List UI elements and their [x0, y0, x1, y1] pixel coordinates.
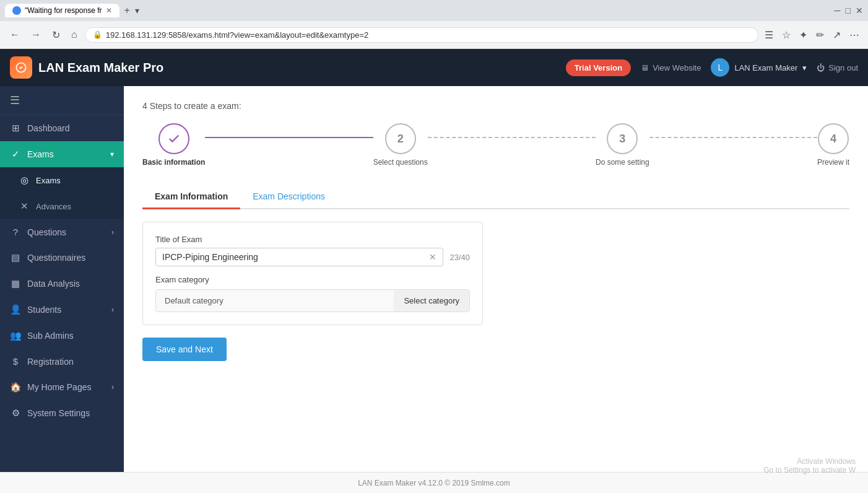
app-logo: LAN Exam Maker Pro [10, 56, 556, 79]
tabs-bar: Exam Information Exam Descriptions [142, 185, 849, 209]
sidebar-item-students[interactable]: 👤 Students › [0, 297, 124, 323]
questions-icon: ? [10, 227, 21, 237]
step-connector-3 [649, 137, 817, 138]
sidebar: ☰ ⊞ Dashboard ✓ Exams ▾ ◎ Exams ✕ Advanc… [0, 86, 124, 472]
avatar: L [711, 58, 729, 77]
sidebar-item-advances[interactable]: ✕ Advances [0, 193, 124, 219]
user-menu[interactable]: L LAN Exam Maker ▾ [711, 58, 807, 77]
sidebar-item-exams-sub[interactable]: ◎ Exams [0, 167, 124, 193]
step-1-circle[interactable] [158, 123, 189, 154]
registration-icon: $ [10, 356, 21, 367]
close-button[interactable]: ✕ [856, 6, 863, 15]
step-2-circle[interactable]: 2 [385, 123, 416, 154]
collections-button[interactable]: ✦ [797, 27, 810, 43]
category-select-button[interactable]: Select category [394, 290, 469, 312]
new-tab-button[interactable]: + [124, 5, 130, 16]
security-icon: 🔒 [93, 30, 102, 39]
save-and-next-button[interactable]: Save and Next [142, 338, 227, 361]
sidebar-item-label: Exams [27, 149, 54, 159]
step-4-number: 4 [830, 133, 836, 146]
minimize-button[interactable]: ─ [835, 6, 841, 15]
home-button[interactable]: ⌂ [67, 27, 81, 43]
pen-button[interactable]: ✏ [814, 27, 827, 43]
title-input-row: ✕ 23/40 [155, 248, 470, 266]
sidebar-item-dashboard[interactable]: ⊞ Dashboard [0, 115, 124, 141]
step-1: Basic information [142, 123, 205, 167]
maximize-button[interactable]: □ [846, 6, 851, 15]
title-input-wrapper[interactable]: ✕ [155, 248, 443, 266]
logo-icon [10, 56, 32, 79]
sidebar-item-label: Questionnaires [27, 253, 85, 263]
title-input[interactable] [162, 252, 429, 262]
step-4-circle[interactable]: 4 [818, 123, 849, 154]
sidebar-item-label: Advances [36, 202, 71, 211]
sidebar-item-exams[interactable]: ✓ Exams ▾ [0, 141, 124, 167]
more-button[interactable]: ⋯ [847, 27, 862, 43]
tab-exam-information[interactable]: Exam Information [142, 185, 240, 209]
data-icon: ▦ [10, 278, 21, 289]
step-4: 4 Preview it [817, 123, 849, 167]
tab-list-button[interactable]: ▾ [135, 6, 139, 15]
step-connector-1 [205, 137, 373, 138]
step-4-label: Preview it [817, 158, 849, 167]
chevron-right-icon: › [111, 383, 114, 391]
sidebar-item-label: Exams [36, 176, 61, 185]
chevron-down-icon: ▾ [110, 150, 114, 159]
step-2: 2 Select questions [373, 123, 428, 167]
sign-out-button[interactable]: ⏻ Sign out [817, 63, 858, 72]
exams-icon: ✓ [10, 149, 21, 160]
share-button[interactable]: ↗ [830, 27, 843, 43]
sidebar-item-label: Students [27, 305, 61, 315]
sidebar-toggle-browser[interactable]: ☰ [762, 27, 776, 43]
sidebar-item-system-settings[interactable]: ⚙ System Settings [0, 400, 124, 426]
reload-button[interactable]: ↻ [48, 27, 64, 43]
forward-button[interactable]: → [27, 27, 45, 43]
monitor-icon: 🖥 [641, 63, 649, 72]
circle-icon: ◎ [19, 175, 30, 186]
sidebar-toggle-button[interactable]: ☰ [0, 86, 124, 115]
sidebar-item-label: Data Analysis [27, 279, 80, 289]
sidebar-item-data-analysis[interactable]: ▦ Data Analysis [0, 271, 124, 297]
clear-input-button[interactable]: ✕ [429, 252, 436, 262]
sidebar-item-registration[interactable]: $ Registration [0, 349, 124, 374]
user-chevron-icon: ▾ [802, 63, 807, 72]
questionnaires-icon: ▤ [10, 252, 21, 263]
step-3-number: 3 [619, 133, 625, 146]
sidebar-item-questionnaires[interactable]: ▤ Questionnaires [0, 245, 124, 271]
tab-close-button[interactable]: ✕ [106, 6, 112, 15]
char-count: 23/40 [449, 253, 470, 262]
step-1-label: Basic information [142, 158, 205, 167]
form-card: Title of Exam ✕ 23/40 Exam category Defa… [142, 222, 483, 325]
tab-exam-descriptions[interactable]: Exam Descriptions [240, 185, 337, 209]
address-bar[interactable]: 🔒 192.168.131.129:5858/exams.html?view=e… [85, 27, 758, 43]
tab-favicon [12, 6, 21, 15]
bookmark-button[interactable]: ☆ [779, 27, 793, 43]
category-label: Exam category [155, 275, 470, 284]
sub-admins-icon: 👥 [10, 330, 21, 341]
sidebar-item-label: Questions [27, 227, 66, 237]
sidebar-item-questions[interactable]: ? Questions › [0, 219, 124, 245]
step-3-circle[interactable]: 3 [607, 123, 638, 154]
sidebar-item-label: Registration [27, 357, 74, 367]
app-footer: LAN Exam Maker v4.12.0 © 2019 Smlme.com [0, 472, 868, 493]
category-default-text: Default category [156, 290, 394, 312]
tab-title: "Waiting for response fr [25, 6, 102, 15]
trial-badge: Trial Version [566, 59, 631, 76]
dashboard-icon: ⊞ [10, 123, 21, 134]
category-row: Default category Select category [155, 289, 470, 312]
user-name: LAN Exam Maker [734, 63, 797, 72]
step-2-label: Select questions [373, 158, 428, 167]
sidebar-item-sub-admins[interactable]: 👥 Sub Admins [0, 323, 124, 349]
step-connector-2 [428, 137, 596, 138]
advances-icon: ✕ [19, 201, 30, 212]
sidebar-item-label: System Settings [27, 408, 90, 418]
address-text: 192.168.131.129:5858/exams.html?view=exa… [106, 30, 369, 40]
back-button[interactable]: ← [6, 27, 24, 43]
content-area: 4 Steps to create a exam: Basic informat… [124, 86, 868, 472]
browser-tab[interactable]: "Waiting for response fr ✕ [5, 4, 119, 17]
footer-text: LAN Exam Maker v4.12.0 © 2019 Smlme.com [358, 479, 510, 487]
view-website-link[interactable]: 🖥 View Website [641, 63, 701, 72]
sidebar-item-label: My Home Pages [27, 382, 91, 392]
sidebar-item-home-pages[interactable]: 🏠 My Home Pages › [0, 374, 124, 400]
step-3: 3 Do some setting [596, 123, 649, 167]
